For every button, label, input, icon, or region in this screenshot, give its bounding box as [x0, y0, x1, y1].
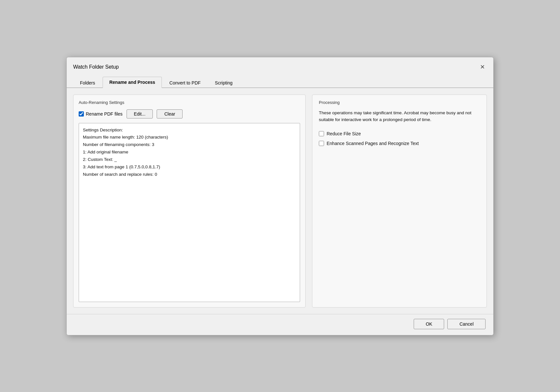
clear-button[interactable]: Clear: [157, 109, 183, 118]
left-panel: Auto-Renaming Settings Rename PDF files …: [73, 95, 306, 308]
tab-convert-to-pdf[interactable]: Convert to PDF: [162, 77, 207, 88]
dialog-footer: OK Cancel: [67, 314, 493, 335]
rename-pdf-checkbox[interactable]: [79, 111, 84, 117]
dialog-body: Auto-Renaming Settings Rename PDF files …: [67, 88, 493, 314]
rename-pdf-checkbox-label[interactable]: Rename PDF files: [79, 111, 123, 117]
reduce-file-size-checkbox[interactable]: [319, 131, 324, 136]
settings-description: Settings Description: Maximum file name …: [79, 123, 300, 302]
tab-scripting[interactable]: Scripting: [208, 77, 239, 88]
auto-renaming-title: Auto-Renaming Settings: [79, 100, 300, 105]
processing-description: These operations may take significant ti…: [319, 109, 480, 123]
reduce-file-size-option[interactable]: Reduce File Size: [319, 131, 480, 136]
processing-title: Processing: [319, 100, 480, 105]
watch-folder-dialog: Watch Folder Setup ✕ Folders Rename and …: [66, 57, 494, 335]
enhance-scanned-checkbox[interactable]: [319, 141, 324, 146]
edit-button[interactable]: Edit...: [127, 109, 153, 118]
rename-row: Rename PDF files Edit... Clear: [79, 109, 300, 118]
right-panel: Processing These operations may take sig…: [312, 95, 487, 308]
processing-options: Reduce File Size Enhance Scanned Pages a…: [319, 131, 480, 146]
tab-rename-and-process[interactable]: Rename and Process: [103, 77, 162, 88]
enhance-scanned-option[interactable]: Enhance Scanned Pages and Recognize Text: [319, 141, 480, 146]
dialog-title: Watch Folder Setup: [73, 64, 119, 70]
cancel-button[interactable]: Cancel: [447, 319, 486, 329]
tab-folders[interactable]: Folders: [73, 77, 102, 88]
close-button[interactable]: ✕: [478, 62, 487, 72]
ok-button[interactable]: OK: [414, 319, 444, 329]
title-bar: Watch Folder Setup ✕: [67, 57, 493, 72]
tabs-bar: Folders Rename and Process Convert to PD…: [67, 73, 493, 88]
